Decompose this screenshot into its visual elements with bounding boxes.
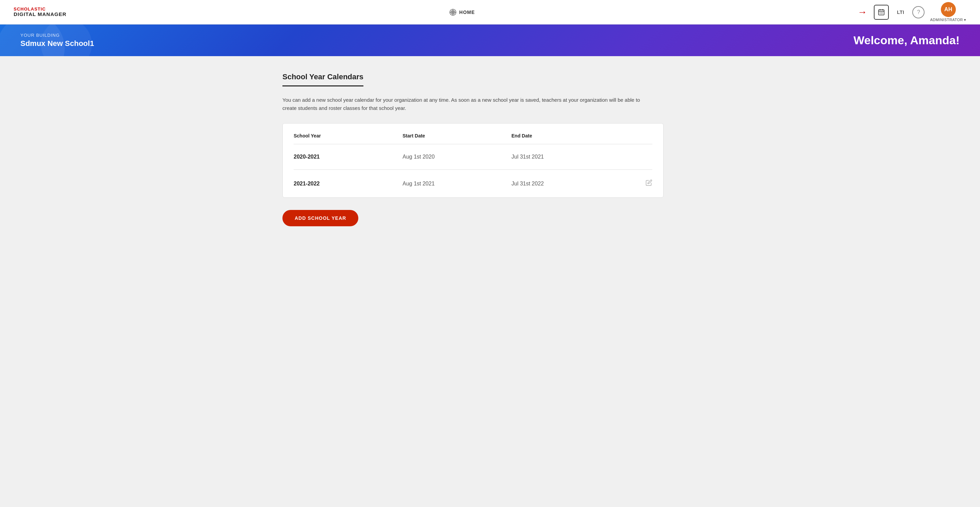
help-button[interactable]: ? bbox=[912, 6, 924, 18]
edit-icon[interactable] bbox=[646, 179, 652, 188]
table-row: 2021-2022Aug 1st 2021Jul 31st 2022 bbox=[294, 170, 652, 197]
your-building-label: YOUR BUILDING bbox=[21, 33, 94, 38]
cell-end-date: Jul 31st 2021 bbox=[511, 154, 632, 160]
home-nav-button[interactable]: HOME bbox=[444, 6, 480, 19]
cell-start-date: Aug 1st 2021 bbox=[402, 181, 511, 187]
table-row: 2020-2021Aug 1st 2020Jul 31st 2021 bbox=[294, 144, 652, 170]
col-header-end-date: End Date bbox=[511, 133, 632, 138]
banner-building-info: YOUR BUILDING Sdmux New School1 bbox=[21, 33, 94, 48]
calendar-icon-button[interactable] bbox=[874, 5, 889, 20]
add-school-year-button[interactable]: ADD SCHOOL YEAR bbox=[282, 210, 358, 226]
cell-actions bbox=[632, 179, 652, 188]
home-label: HOME bbox=[460, 10, 475, 15]
table-header-row: School Year Start Date End Date bbox=[294, 124, 652, 144]
main-content: School Year Calendars You can add a new … bbox=[262, 56, 718, 247]
admin-area: AH ADMINISTRATOR ▾ bbox=[930, 2, 966, 22]
avatar-button[interactable]: AH bbox=[941, 2, 956, 17]
section-title: School Year Calendars bbox=[282, 73, 363, 86]
admin-label[interactable]: ADMINISTRATOR ▾ bbox=[930, 18, 966, 22]
description-text: You can add a new school year calendar f… bbox=[282, 96, 650, 112]
help-icon: ? bbox=[917, 9, 920, 15]
logo-scholastic: SCHOLASTIC bbox=[14, 7, 66, 11]
arrow-indicator: → bbox=[858, 8, 867, 17]
welcome-message: Welcome, Amanda! bbox=[853, 34, 959, 47]
home-icon bbox=[449, 8, 457, 16]
cell-school-year: 2021-2022 bbox=[294, 181, 402, 187]
header-right: → LTI ? AH ADMINISTRATOR ▾ bbox=[858, 2, 966, 22]
table-rows-container: 2020-2021Aug 1st 2020Jul 31st 20212021-2… bbox=[294, 144, 652, 197]
lti-button[interactable]: LTI bbox=[894, 8, 907, 16]
logo-digital-manager: DIGITAL MANAGER bbox=[14, 11, 66, 17]
logo: SCHOLASTIC DIGITAL MANAGER bbox=[14, 7, 66, 17]
calendar-icon bbox=[878, 8, 885, 16]
header-nav: HOME bbox=[444, 6, 480, 19]
cell-school-year: 2020-2021 bbox=[294, 154, 402, 160]
main-header: SCHOLASTIC DIGITAL MANAGER HOME → bbox=[0, 0, 980, 24]
col-header-start-date: Start Date bbox=[402, 133, 511, 138]
cell-start-date: Aug 1st 2020 bbox=[402, 154, 511, 160]
col-header-school-year: School Year bbox=[294, 133, 402, 138]
cell-end-date: Jul 31st 2022 bbox=[511, 181, 632, 187]
welcome-banner: YOUR BUILDING Sdmux New School1 Welcome,… bbox=[0, 24, 980, 56]
school-year-table-card: School Year Start Date End Date 2020-202… bbox=[282, 123, 663, 198]
school-name: Sdmux New School1 bbox=[21, 39, 94, 48]
